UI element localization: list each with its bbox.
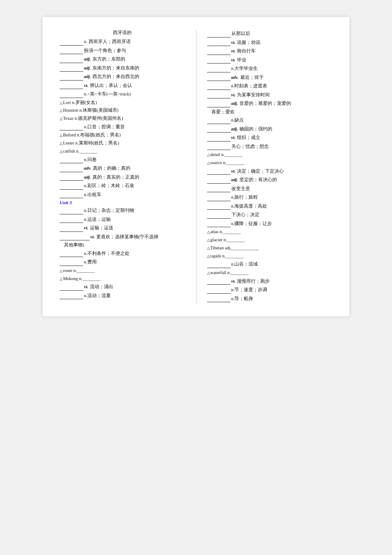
list-item: n.时刻表；进度表: [207, 82, 333, 90]
entry-definition: vt. 毕业: [231, 57, 333, 64]
list-item: n.节；速度；步调: [207, 286, 333, 294]
list-item: △atlas n.________: [207, 228, 333, 235]
list-item: △waterfall n.________: [207, 269, 333, 276]
entry-definition: adj. 坚定的；有决心的: [231, 176, 333, 183]
list-item: n.缺点: [207, 116, 333, 124]
entry-definition: n.日记；杂志；定期刊物: [84, 207, 185, 214]
list-item: adj. 西北方的；来自西北的: [60, 73, 185, 81]
list-item: n.费用: [60, 258, 185, 266]
list-item: n.日记；杂志；定期刊物: [60, 207, 185, 214]
fill-blank: [60, 283, 83, 291]
entry-definition: n.<英>卡车(<=英>truck): [84, 91, 185, 98]
part-of-speech: adv.: [84, 166, 92, 171]
triangle-marker: △: [60, 133, 63, 139]
fill-blank: [207, 286, 231, 294]
fill-blank: [60, 156, 83, 164]
list-item: vt. 说服；劝说: [207, 39, 333, 46]
list-item: n.不利条件；不便之处: [60, 250, 185, 257]
fill-blank: [207, 194, 231, 201]
fill-blank: [60, 55, 83, 63]
list-item: adj. 真的；真实的；正真的: [60, 173, 185, 181]
triangle-marker: △: [207, 160, 210, 166]
fill-blank: [207, 211, 231, 219]
entry-definition: adv. 真的；的确；真的: [84, 165, 185, 172]
entry-definition: n. 西班牙人；西班牙语: [84, 38, 185, 45]
list-item: adj. 东方的；东部的: [60, 55, 185, 63]
part-of-speech: adj.: [84, 74, 92, 79]
entry-definition: n.不利条件；不便之处: [84, 250, 185, 257]
list-item: △catfish n.________: [60, 148, 185, 155]
entry-definition: 关心；忧虑；想念: [231, 143, 333, 150]
left-column: 西牙语的 n. 西班牙人；西班牙语 扮演一个角色；参与 adj. 东方的；东部的…: [60, 30, 185, 304]
fill-blank: [207, 168, 231, 175]
entry-definition: n.缺点: [231, 117, 333, 124]
list-item: adj. 东南方的；来自东南的: [60, 64, 185, 72]
entry-definition: vt. 骑自行车: [231, 48, 333, 55]
fill-blank: [60, 47, 83, 55]
list-item: △rapids n.________: [207, 253, 333, 260]
list-item: 从那以后: [207, 30, 333, 38]
list-item: vt. 组织；成立: [207, 134, 333, 142]
fill-blank: [60, 173, 83, 181]
list-item: vt. 辨认出；承认；会认: [60, 82, 185, 90]
entry-definition: n.口音；腔调；重音: [84, 124, 185, 130]
part-of-speech: adj.: [84, 66, 92, 70]
entry-definition: glacier n.________: [210, 237, 333, 243]
unit-label: Unit 3: [60, 200, 185, 205]
entry-definition: n.彩区；岭；木岭；石泉: [84, 182, 185, 189]
list-item: adj. 确固的；强约的: [207, 125, 333, 133]
list-item: n.骤降；征服；让步: [207, 220, 333, 228]
list-item: vt. 运输；运送: [60, 224, 185, 232]
list-item: n.问卷: [60, 156, 185, 164]
list-item: △detail n.________: [207, 151, 333, 158]
triangle-marker: △: [207, 270, 210, 276]
list-item: vt. 为某事安排时间: [207, 91, 333, 99]
column-divider: [196, 30, 196, 304]
triangle-marker: △: [60, 141, 63, 147]
part-of-speech: vt.: [231, 49, 237, 53]
fill-blank: [207, 39, 231, 46]
entry-definition: 其他事物): [64, 242, 185, 249]
fill-blank: [207, 116, 231, 124]
fill-blank: [60, 82, 83, 90]
part-of-speech: adj.: [84, 57, 92, 61]
entry-definition: n.旅行；旅程: [231, 194, 333, 201]
list-item: n.彩区；岭；木岭；石泉: [60, 182, 185, 190]
fill-blank: [60, 64, 83, 72]
fill-blank: [60, 38, 83, 46]
entry-definition: n.骤降；征服；让步: [231, 220, 333, 227]
list-item: 关心；忧虑；想念: [207, 143, 333, 150]
triangle-marker: △: [207, 246, 210, 251]
entry-definition: 从那以后: [231, 30, 333, 37]
entry-definition: vt. 为某事安排时间: [231, 92, 333, 98]
part-of-speech: vt.: [231, 58, 237, 62]
list-item: 下决心；决定: [207, 211, 333, 219]
fill-blank: [60, 224, 83, 232]
list-item: n.山谷；流域: [207, 260, 333, 268]
list-item: adj. 音爱的；慕爱的；宠爱的: [207, 100, 333, 107]
list-item: n.流动；流量: [60, 292, 185, 300]
list-item: △Mekong n.________: [60, 275, 185, 282]
list-item: △glacier n.________: [207, 237, 333, 243]
list-item: vt. 决定；确定；下定决心: [207, 168, 333, 175]
fill-blank: [60, 207, 83, 214]
entry-definition: vt. 流动；涌出: [84, 283, 185, 290]
list-item: n.海拔高度；高处: [207, 202, 333, 210]
entry-definition: n.出租车: [84, 191, 185, 198]
fill-blank: [207, 134, 231, 142]
entry-definition: 喜爱；爱欢: [211, 109, 333, 116]
fill-blank: [207, 202, 231, 210]
entry-definition: n.问卷: [84, 156, 185, 163]
list-item: 扮演一个角色；参与: [60, 47, 185, 55]
entry-definition: 改变主意: [231, 185, 333, 192]
section-header: 西牙语的: [60, 30, 185, 36]
list-item: △route n.________: [60, 267, 185, 274]
entry-definition: vt. 说服；劝说: [231, 39, 333, 46]
entry-definition: Tibetan adj.____________: [210, 245, 333, 251]
entry-definition: n.运送；运输: [84, 216, 185, 223]
list-item: 喜爱；爱欢: [207, 109, 333, 116]
entry-definition: adj. 西北方的；来自西北的: [84, 73, 185, 80]
triangle-marker: △: [60, 100, 63, 106]
fill-blank: [60, 123, 83, 131]
entry-definition: vt. 组织；成立: [231, 134, 333, 141]
